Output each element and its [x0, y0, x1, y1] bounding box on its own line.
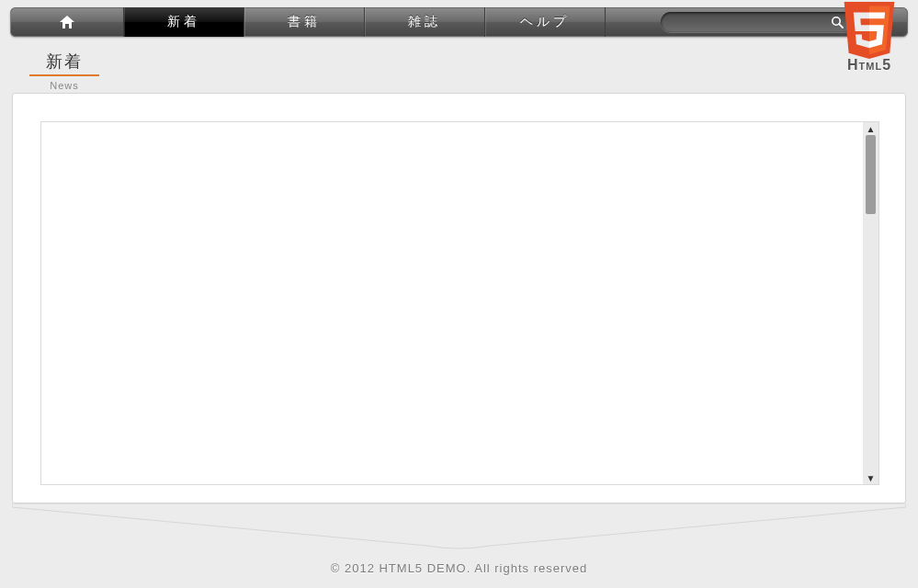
main-panel: ▲ ▼: [12, 93, 906, 503]
scroll-thumb[interactable]: [866, 135, 876, 214]
nav-label: 書籍: [288, 14, 321, 30]
nav-label: 雑誌: [408, 14, 441, 30]
nav-help[interactable]: ヘルプ: [485, 7, 606, 37]
home-icon: [58, 14, 76, 30]
scroll-track[interactable]: [863, 135, 878, 471]
top-navbar: 新着 書籍 雑誌 ヘルプ: [10, 7, 908, 37]
nav-new[interactable]: 新着: [124, 7, 244, 37]
nav-label: ヘルプ: [520, 14, 570, 30]
nav-magazines[interactable]: 雑誌: [365, 7, 485, 37]
footer-text: © 2012 HTML5 DEMO. All rights reserved: [0, 561, 918, 575]
scroll-down-arrow-icon[interactable]: ▼: [863, 471, 878, 484]
content-box: ▲ ▼: [40, 121, 879, 485]
nav-books[interactable]: 書籍: [244, 7, 365, 37]
page-title-en: News: [29, 80, 99, 91]
html5-logo-text: Html5: [837, 57, 901, 74]
nav-label: 新着: [167, 14, 200, 30]
content-area: [41, 122, 863, 484]
scrollbar: ▲ ▼: [863, 122, 878, 484]
html5-shield-icon: [841, 2, 898, 59]
panel-bottom-ribbon: [12, 503, 906, 549]
search-box: [661, 12, 854, 32]
nav-home[interactable]: [10, 7, 124, 37]
page-title-jp: 新着: [29, 51, 99, 76]
page-title-tab: 新着 News: [29, 51, 99, 91]
search-input[interactable]: [670, 16, 828, 28]
scroll-up-arrow-icon[interactable]: ▲: [863, 122, 878, 135]
html5-logo: Html5: [837, 2, 901, 74]
